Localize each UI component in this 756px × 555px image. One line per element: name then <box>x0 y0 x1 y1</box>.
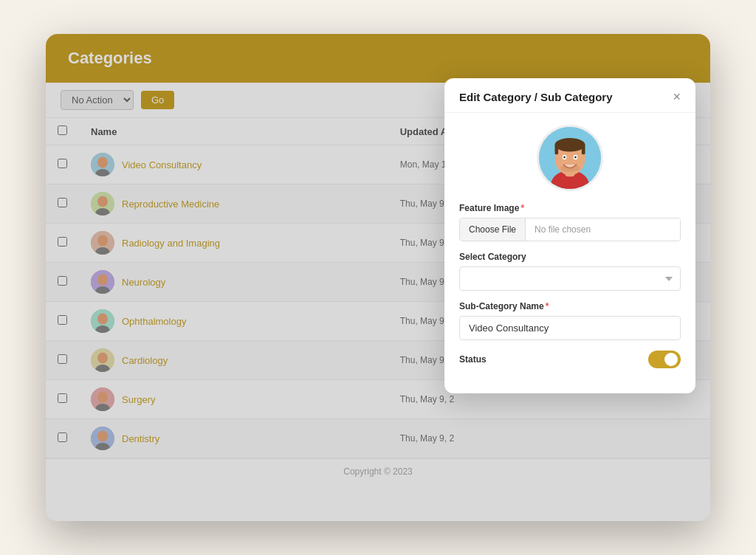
sub-category-name-label: Sub-Category Name* <box>459 301 681 311</box>
status-group: Status <box>459 351 681 368</box>
svg-point-34 <box>574 156 577 159</box>
feature-image-label: Feature Image* <box>459 203 681 213</box>
svg-point-35 <box>560 165 580 171</box>
no-file-label: No file chosen <box>526 218 680 241</box>
svg-point-33 <box>563 156 566 159</box>
status-label: Status <box>459 354 487 365</box>
status-toggle[interactable] <box>648 351 681 368</box>
toggle-slider <box>648 351 681 368</box>
status-row: Status <box>459 351 681 368</box>
sub-category-name-group: Sub-Category Name* <box>459 301 681 340</box>
select-category-label: Select Category <box>459 252 681 262</box>
svg-rect-29 <box>554 145 558 154</box>
svg-point-28 <box>554 138 585 152</box>
feature-image-group: Feature Image* Choose File No file chose… <box>459 203 681 241</box>
modal-avatar-wrapper <box>459 125 681 191</box>
choose-file-button[interactable]: Choose File <box>460 218 526 241</box>
sub-category-name-input[interactable] <box>459 316 681 340</box>
category-select[interactable] <box>459 266 681 291</box>
modal-body: Feature Image* Choose File No file chose… <box>444 113 695 393</box>
modal-close-button[interactable]: × <box>673 90 681 103</box>
modal-title: Edit Category / Sub Category <box>459 91 613 103</box>
edit-modal: Edit Category / Sub Category × <box>444 78 695 393</box>
file-input-wrapper: Choose File No file chosen <box>459 218 681 241</box>
modal-overlay: Edit Category / Sub Category × <box>46 34 710 521</box>
modal-header: Edit Category / Sub Category × <box>444 78 695 113</box>
sub-required-star: * <box>546 301 549 311</box>
screen-wrapper: Categories No Action Go Name Updated At … <box>46 34 710 521</box>
required-star: * <box>520 203 524 213</box>
svg-rect-30 <box>582 145 585 154</box>
select-category-group: Select Category <box>459 252 681 291</box>
avatar <box>537 125 603 191</box>
